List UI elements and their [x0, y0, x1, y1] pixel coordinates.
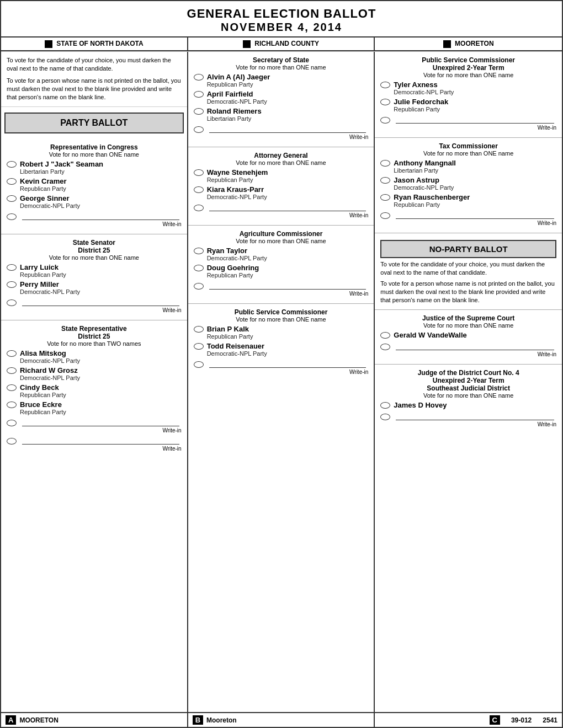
candidate-row: Jason Astrup Democratic-NPL Party	[380, 176, 556, 191]
oval-goehring[interactable]	[194, 265, 204, 271]
oval-sinner[interactable]	[7, 195, 17, 202]
candidate-row: Kevin Cramer Republican Party	[7, 177, 182, 192]
oval-vandewalle[interactable]	[380, 332, 390, 339]
oval-writein-rep1[interactable]	[7, 420, 17, 426]
oval-beck[interactable]	[7, 384, 17, 391]
race-attorney-general: Attorney General Vote for no more than O…	[188, 147, 374, 226]
race-tax-commissioner: Tax Commissioner Vote for no more than O…	[375, 138, 562, 233]
write-in-rep2: Write-in	[7, 437, 182, 452]
race-secretary-state: Secretary of State Vote for no more than…	[188, 52, 374, 147]
candidate-row: Ryan Taylor Democratic-NPL Party	[194, 247, 369, 261]
black-box-right	[443, 40, 451, 48]
candidate-row: Wayne Stenehjem Republican Party	[194, 168, 369, 183]
race-agriculture-commissioner: Agriculture Commissioner Vote for no mor…	[188, 226, 374, 304]
header-col2: RICHLAND COUNTY	[188, 38, 375, 50]
column-1: To vote for the candidate of your choice…	[1, 52, 188, 712]
oval-writein-supreme[interactable]	[380, 344, 390, 350]
oval-writein-agri[interactable]	[194, 283, 204, 290]
candidate-row: Alvin A (Al) Jaeger Republican Party	[194, 73, 369, 88]
footer-col2: B Mooreton	[188, 713, 375, 727]
oval-jaeger[interactable]	[194, 74, 204, 81]
write-in-sos: Write-in	[194, 125, 369, 140]
candidate-row: George Sinner Democratic-NPL Party	[7, 194, 182, 209]
footer-letter-a: A	[6, 715, 16, 725]
race-psc-col3: Public Service Commissioner Unexpired 2-…	[375, 52, 562, 138]
oval-luick[interactable]	[7, 264, 17, 271]
oval-writein-senator[interactable]	[7, 299, 17, 306]
oval-grosz[interactable]	[7, 367, 17, 374]
write-in-rep1: Write-in	[7, 419, 182, 433]
oval-writein-sos[interactable]	[194, 126, 204, 133]
race-state-representative: State Representative District 25 Vote fo…	[1, 320, 187, 712]
candidate-row: Cindy Beck Republican Party	[7, 383, 182, 398]
no-party-ballot-box: NO-PARTY BALLOT	[380, 240, 556, 258]
black-box-left	[45, 40, 52, 48]
candidate-row: Todd Reisenauer Democratic-NPL Party	[194, 342, 369, 357]
footer-row: A MOORETON B Mooreton C 39-012 2541	[1, 712, 562, 727]
write-in-judge: Write-in	[380, 413, 556, 427]
candidate-row: Anthony Mangnall Libertarian Party	[380, 159, 556, 174]
oval-taylor[interactable]	[194, 248, 204, 254]
no-party-section: NO-PARTY BALLOT To vote for the candidat…	[375, 233, 562, 310]
footer-letter-b: B	[193, 715, 203, 725]
oval-kalk[interactable]	[194, 326, 204, 333]
write-in-ag: Write-in	[194, 204, 369, 218]
main-grid: To vote for the candidate of your choice…	[1, 51, 562, 712]
candidate-row: Alisa Mitskog Democratic-NPL Party	[7, 349, 182, 364]
candidate-row: Doug Goehring Republican Party	[194, 264, 369, 279]
oval-writein-judge[interactable]	[380, 414, 390, 420]
candidate-row: Richard W Grosz Democratic-NPL Party	[7, 366, 182, 381]
oval-mitskog[interactable]	[7, 350, 17, 357]
race-judge-district: Judge of the District Court No. 4 Unexpi…	[375, 365, 562, 712]
oval-writein-ag[interactable]	[194, 205, 204, 211]
write-in-tax: Write-in	[380, 211, 556, 226]
title-line1: GENERAL ELECTION BALLOT	[1, 7, 562, 21]
oval-writein-tax[interactable]	[380, 212, 390, 219]
write-in-senator: Write-in	[7, 298, 182, 313]
oval-mangnall[interactable]	[380, 160, 390, 167]
header-row: STATE OF NORTH DAKOTA RICHLAND COUNTY MO…	[1, 38, 562, 51]
instructions-col1: To vote for the candidate of your choice…	[1, 52, 187, 107]
black-box-center	[243, 40, 251, 48]
oval-rauschenberger[interactable]	[380, 194, 390, 201]
candidate-row: Kiara Kraus-Parr Democratic-NPL Party	[194, 185, 369, 200]
oval-writein-psc2[interactable]	[194, 361, 204, 368]
oval-reisenauer[interactable]	[194, 343, 204, 350]
oval-fairfield[interactable]	[194, 91, 204, 98]
footer-col3: C 39-012 2541	[375, 713, 562, 727]
footer-letter-c: C	[490, 715, 500, 725]
header-col3: MOORETON	[375, 38, 562, 50]
oval-miller[interactable]	[7, 281, 17, 288]
ballot-page: GENERAL ELECTION BALLOT NOVEMBER 4, 2014…	[0, 0, 563, 728]
oval-kraus-parr[interactable]	[194, 186, 204, 193]
oval-fedorchak[interactable]	[380, 99, 390, 105]
column-3: Public Service Commissioner Unexpired 2-…	[375, 52, 562, 712]
candidate-row: Brian P Kalk Republican Party	[194, 325, 369, 340]
candidate-row: Julie Fedorchak Republican Party	[380, 98, 556, 113]
candidate-row: Robert J "Jack" Seaman Libertarian Party	[7, 160, 182, 175]
header-col1: STATE OF NORTH DAKOTA	[1, 38, 188, 50]
candidate-row: April Fairfield Democratic-NPL Party	[194, 90, 369, 105]
oval-axness[interactable]	[380, 82, 390, 88]
candidate-row: Roland Riemers Libertarian Party	[194, 107, 369, 122]
candidate-row: James D Hovey	[380, 401, 556, 409]
oval-writein-psc3[interactable]	[380, 117, 390, 124]
column-2: Secretary of State Vote for no more than…	[188, 52, 375, 712]
footer-col1: A MOORETON	[1, 713, 188, 727]
oval-seaman[interactable]	[7, 161, 17, 168]
oval-astrup[interactable]	[380, 177, 390, 184]
oval-writein-congress[interactable]	[7, 213, 17, 220]
oval-eckre[interactable]	[7, 402, 17, 408]
write-in-psc3: Write-in	[380, 116, 556, 131]
oval-riemers[interactable]	[194, 108, 204, 115]
write-in-agri: Write-in	[194, 282, 369, 297]
write-in-congress: Write-in	[7, 212, 182, 227]
write-in-psc2: Write-in	[194, 360, 369, 375]
oval-cramer[interactable]	[7, 178, 17, 185]
oval-writein-rep2[interactable]	[7, 438, 17, 445]
oval-stenehjem[interactable]	[194, 169, 204, 176]
oval-hovey[interactable]	[380, 402, 390, 409]
candidate-row: Tyler Axness Democratic-NPL Party	[380, 81, 556, 95]
ballot-title: GENERAL ELECTION BALLOT NOVEMBER 4, 2014	[1, 1, 562, 38]
candidate-row: Larry Luick Republican Party	[7, 263, 182, 278]
